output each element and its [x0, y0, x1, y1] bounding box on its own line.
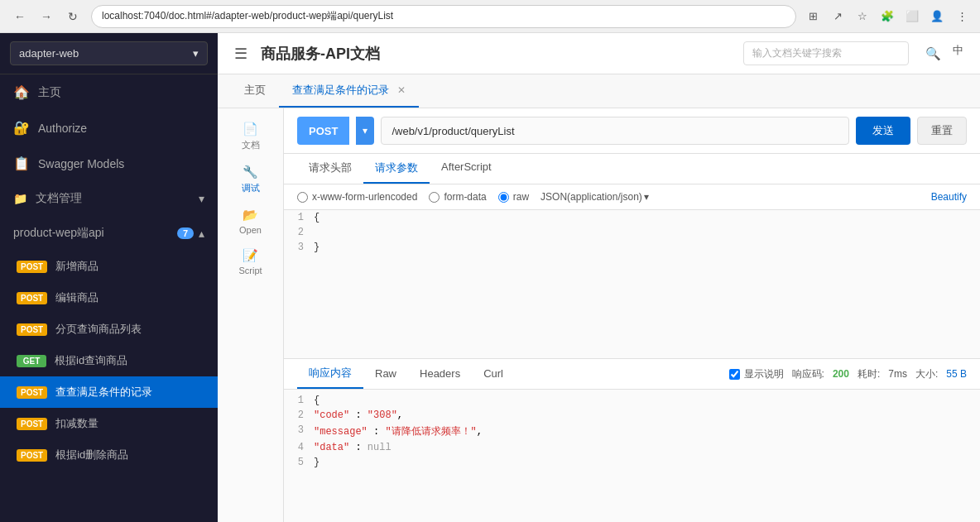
url-input[interactable] [381, 117, 849, 145]
api-item-label: 分页查询商品列表 [55, 322, 142, 337]
lock-icon: 🔐 [13, 120, 30, 136]
size-value: 55 B [946, 368, 967, 380]
left-panel: 📄 文档 🔧 调试 📂 Open 📝 Script [218, 108, 284, 522]
resp-colon: : [355, 409, 367, 421]
option-formdata[interactable]: form-data [429, 191, 486, 203]
sidebar-item-file-mgmt[interactable]: 📁 文档管理 ▾ [0, 181, 218, 216]
radio-raw[interactable] [498, 192, 509, 203]
option-raw[interactable]: raw [498, 191, 529, 203]
resp-val: "请降低请求频率！" [385, 426, 476, 438]
left-panel-script[interactable]: 📝 Script [218, 242, 283, 282]
chevron-down-icon-filemgmt: ▾ [199, 192, 204, 205]
response-tab-curl[interactable]: Curl [472, 361, 515, 388]
tab-main-label: 主页 [244, 84, 266, 96]
chevron-up-icon: ▴ [199, 227, 204, 240]
line-num: 4 [291, 442, 304, 453]
forward-button[interactable]: → [35, 5, 58, 28]
resp-tab-raw-label: Raw [375, 367, 396, 380]
left-panel-doc-label: 文档 [242, 139, 260, 151]
api-item-add-product[interactable]: POST 新增商品 [0, 251, 218, 282]
line-num: 1 [291, 212, 304, 223]
formdata-label: form-data [444, 191, 486, 203]
request-tab-headers[interactable]: 请求头部 [297, 154, 363, 184]
extension-icon[interactable]: 🧩 [877, 7, 897, 26]
api-item-label: 编辑商品 [55, 290, 98, 305]
tab-main[interactable]: 主页 [231, 74, 279, 108]
resp-tab-headers-label: Headers [420, 367, 460, 380]
resp-val: "308" [368, 409, 397, 421]
tab-close-icon[interactable]: ✕ [397, 84, 406, 96]
left-panel-debug[interactable]: 🔧 调试 [218, 158, 283, 201]
search-box[interactable]: 输入文档关键字搜索 [743, 41, 909, 65]
sidebar-item-api-group[interactable]: product-wep端api 7 ▴ [0, 216, 218, 251]
api-item-query-records[interactable]: POST 查查满足条件的记录 [0, 376, 218, 408]
request-tab-params[interactable]: 请求参数 [363, 154, 430, 184]
left-panel-doc[interactable]: 📄 文档 [218, 115, 283, 158]
show-desc-text: 显示说明 [744, 367, 784, 381]
line-num: 2 [291, 409, 304, 421]
api-item-edit-product[interactable]: POST 编辑商品 [0, 282, 218, 314]
menu-hamburger-icon[interactable]: ☰ [234, 45, 247, 63]
sidebar-item-authorize[interactable]: 🔐 Authorize [0, 110, 218, 146]
send-button[interactable]: 发送 [856, 117, 910, 145]
back-button[interactable]: ← [8, 5, 31, 28]
search-icon[interactable]: 🔍 [922, 43, 944, 65]
tab-query[interactable]: 查查满足条件的记录 ✕ [279, 74, 419, 108]
api-item-label: 根据id删除商品 [55, 448, 128, 462]
bookmark-icon[interactable]: ☆ [853, 7, 872, 26]
window-icon[interactable]: ⬜ [902, 7, 922, 26]
resp-colon: : [373, 426, 385, 438]
menu-icon[interactable]: ⋮ [952, 7, 972, 26]
url-bar[interactable]: localhost:7040/doc.html#/adapter-web/pro… [91, 5, 796, 28]
sidebar-item-home-label: 主页 [38, 85, 61, 100]
tabs-bar: 主页 查查满足条件的记录 ✕ [218, 74, 980, 108]
model-icon: 📋 [13, 156, 30, 171]
profile-icon[interactable]: 👤 [927, 7, 947, 26]
code-line-1: 1 { [284, 210, 980, 225]
beautify-button[interactable]: Beautify [931, 191, 967, 203]
radio-formdata[interactable] [429, 192, 440, 203]
raw-label: raw [513, 191, 529, 203]
request-tab-afterscript[interactable]: AfterScript [430, 154, 503, 184]
show-desc-label[interactable]: 显示说明 [729, 367, 784, 381]
show-desc-checkbox[interactable] [729, 369, 740, 380]
response-tab-raw[interactable]: Raw [363, 361, 408, 388]
status-code-value: 200 [833, 368, 849, 380]
resp-line-1: 1 { [284, 393, 980, 408]
code-editor[interactable]: 1 { 2 3 } [284, 210, 980, 359]
nav-buttons: ← → ↻ [8, 5, 84, 28]
left-panel-open[interactable]: 📂 Open [218, 201, 283, 242]
size-prefix: 大小: [915, 367, 938, 381]
api-item-delete-by-id[interactable]: POST 根据id删除商品 [0, 439, 218, 471]
adapter-select[interactable]: adapter-web ▾ [10, 41, 208, 65]
api-item-get-by-id[interactable]: GET 根据id查询商品 [0, 345, 218, 376]
sidebar-item-home[interactable]: 🏠 主页 [0, 74, 218, 110]
response-tab-content[interactable]: 响应内容 [297, 359, 363, 389]
resp-kv-message: "message" : "请降低请求频率！", [314, 424, 483, 438]
resp-key: "code" [314, 409, 349, 421]
sidebar-item-swagger-models[interactable]: 📋 Swagger Models [0, 146, 218, 181]
api-item-deduct-qty[interactable]: POST 扣减数量 [0, 408, 218, 439]
url-text: localhost:7040/doc.html#/adapter-web/pro… [102, 9, 393, 23]
line-num: 2 [291, 227, 304, 238]
response-body: 1 { 2 "code" : "308", 3 [284, 390, 980, 522]
radio-urlencoded[interactable] [297, 192, 308, 203]
folder-icon: 📁 [13, 192, 27, 205]
option-urlencoded[interactable]: x-www-form-urlencoded [297, 191, 417, 203]
resp-bracket: { [314, 395, 319, 406]
resp-bracket-close: } [314, 457, 319, 468]
api-item-page-list[interactable]: POST 分页查询商品列表 [0, 314, 218, 345]
lang-switch[interactable]: 中 [953, 43, 963, 65]
reload-button[interactable]: ↻ [61, 5, 84, 28]
method-button[interactable]: POST [297, 117, 349, 145]
response-tab-headers[interactable]: Headers [408, 361, 472, 388]
chevron-down-icon: ▾ [193, 47, 199, 60]
method-dropdown[interactable]: ▾ [356, 117, 374, 145]
json-format-selector[interactable]: JSON(application/json) ▾ [540, 191, 649, 203]
sidebar: adapter-web ▾ 🏠 主页 🔐 Authorize 📋 Swagger… [0, 33, 218, 522]
reset-button[interactable]: 重置 [917, 117, 967, 145]
cast-icon[interactable]: ⊞ [803, 7, 823, 26]
share-icon[interactable]: ↗ [828, 7, 848, 26]
resp-null-val: null [368, 442, 392, 453]
sidebar-item-swagger-label: Swagger Models [38, 157, 124, 170]
